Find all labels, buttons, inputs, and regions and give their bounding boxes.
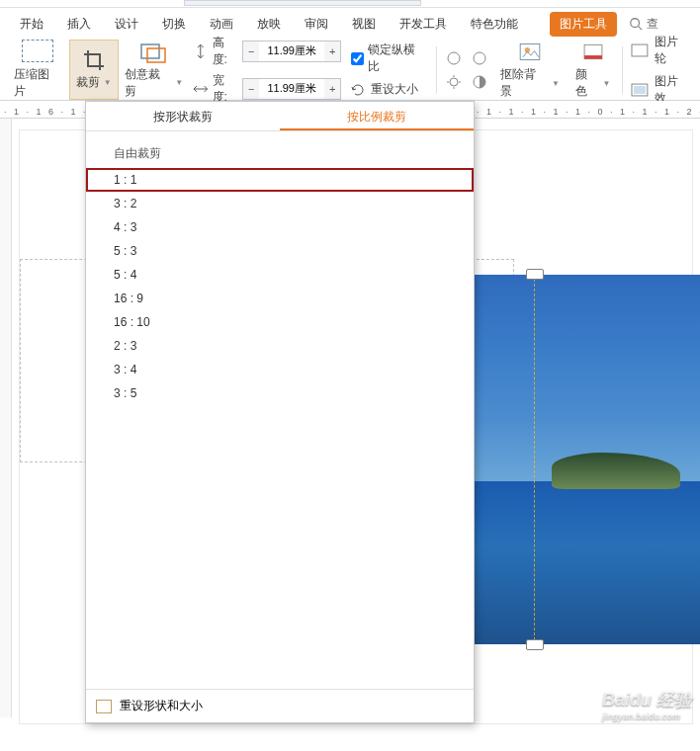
width-input[interactable]: [259, 79, 324, 99]
remove-bg-icon: [516, 40, 544, 64]
reset-shape-size-button[interactable]: 重设形状和大小: [86, 689, 474, 722]
effects-icon: [631, 83, 649, 97]
creative-crop-button[interactable]: 创意裁剪▼: [119, 40, 189, 100]
height-increase[interactable]: +: [324, 42, 340, 61]
outline-label: 图片轮: [655, 34, 690, 67]
brightness-icon: [446, 74, 462, 90]
picture-outline-button[interactable]: 图片轮: [631, 34, 690, 67]
svg-point-4: [448, 52, 460, 64]
ratio-item-5-3[interactable]: 5 : 3: [86, 239, 474, 263]
tab-picture-tools[interactable]: 图片工具: [550, 12, 617, 37]
color-button[interactable]: 颜色▼: [568, 40, 619, 100]
reset-size-label: 重设大小: [371, 81, 418, 98]
ratio-item-5-4[interactable]: 5 : 4: [86, 263, 474, 287]
rotate-right-icon: [472, 50, 487, 66]
ribbon-tabs: 开始 插入 设计 切换 动画 放映 审阅 视图 开发工具 特色功能 图片工具 查: [0, 8, 700, 40]
width-decrease[interactable]: −: [243, 79, 259, 99]
ratio-item-16-10[interactable]: 16 : 10: [86, 310, 474, 334]
height-icon: [193, 43, 209, 59]
ratio-item-1-1[interactable]: 1 : 1: [86, 168, 474, 192]
separator: [622, 46, 623, 94]
rotate-tools: [441, 50, 492, 90]
height-input[interactable]: [259, 42, 324, 61]
compress-label: 压缩图片: [14, 66, 61, 100]
svg-point-15: [592, 684, 598, 692]
ratio-item-3-2[interactable]: 3 : 2: [86, 192, 474, 215]
ratio-item-2-3[interactable]: 2 : 3: [86, 334, 474, 358]
lock-aspect-label: 锁定纵横比: [368, 42, 426, 75]
tab-design[interactable]: 设计: [103, 8, 150, 41]
lock-aspect-input[interactable]: [351, 52, 364, 65]
compress-picture-button[interactable]: 压缩图片: [6, 40, 69, 100]
crop-handle-top[interactable]: [526, 269, 544, 280]
watermark-sub: jingyan.baidu.com: [602, 711, 692, 721]
color-label: 颜色▼: [575, 66, 611, 100]
ratio-item-16-9[interactable]: 16 : 9: [86, 287, 474, 310]
tab-insert[interactable]: 插入: [55, 8, 103, 41]
svg-rect-12: [632, 44, 648, 56]
lock-aspect-checkbox[interactable]: 锁定纵横比: [345, 42, 432, 75]
creative-crop-label: 创意裁剪▼: [125, 66, 183, 100]
crop-guide-line: [534, 269, 536, 650]
width-icon: [193, 81, 209, 97]
width-increase[interactable]: +: [324, 79, 340, 99]
watermark-main: Baidu 经验: [602, 690, 692, 709]
svg-rect-11: [584, 55, 602, 59]
reset-size-icon: [351, 83, 367, 97]
crop-button[interactable]: 裁剪▼: [69, 40, 119, 100]
ribbon-toolbar: 压缩图片 裁剪▼ 创意裁剪▼ 高度: − + 宽度: − +: [0, 40, 700, 101]
title-bar: [0, 0, 700, 8]
width-spinner: − +: [242, 78, 341, 100]
svg-rect-2: [141, 44, 159, 58]
selected-image[interactable]: [475, 275, 700, 644]
tab-start[interactable]: 开始: [8, 8, 55, 41]
remove-background-button[interactable]: 抠除背景▼: [492, 40, 567, 100]
image-water-region: [475, 481, 700, 644]
tab-special[interactable]: 特色功能: [459, 8, 530, 41]
chevron-down-icon: ▼: [552, 79, 560, 88]
reset-shape-label: 重设形状和大小: [120, 698, 203, 714]
crop-by-shape-tab[interactable]: 按形状裁剪: [86, 102, 280, 130]
rotate-left-button[interactable]: [445, 50, 463, 90]
reset-size-button[interactable]: 重设大小: [345, 81, 432, 98]
svg-point-5: [450, 78, 458, 86]
crop-dropdown-tabs: 按形状裁剪 按比例裁剪: [86, 102, 474, 131]
ruler-marks-right: ·1·1·1·1·1·0·1·1·1·2·1·3·1·4·1·5: [477, 107, 700, 117]
height-decrease[interactable]: −: [243, 42, 259, 61]
ratio-item-3-5[interactable]: 3 : 5: [86, 381, 474, 405]
svg-rect-3: [147, 48, 165, 62]
crop-dropdown-content: 自由裁剪 1 : 1 3 : 2 4 : 3 5 : 3 5 : 4 16 : …: [86, 131, 474, 413]
compress-icon: [22, 40, 53, 62]
chevron-down-icon: ▼: [175, 78, 183, 87]
crop-label: 裁剪▼: [76, 74, 112, 91]
size-controls: 高度: − + 宽度: − +: [189, 35, 345, 106]
rotate-left-icon: [446, 50, 462, 66]
color-icon: [579, 40, 607, 64]
svg-rect-8: [520, 43, 540, 59]
reset-shape-icon: [96, 700, 112, 713]
picture-style-tools: 图片轮 图片效: [627, 34, 694, 107]
ratio-item-4-3[interactable]: 4 : 3: [86, 215, 474, 239]
crop-icon: [82, 48, 106, 72]
creative-crop-icon: [139, 41, 167, 64]
tab-devtools[interactable]: 开发工具: [388, 8, 459, 41]
rotate-right-button[interactable]: [471, 50, 488, 90]
chevron-down-icon: ▼: [603, 79, 611, 88]
search-tab[interactable]: 查: [629, 16, 658, 33]
svg-point-0: [631, 19, 640, 28]
search-icon: [629, 17, 643, 31]
title-bar-field: [184, 0, 421, 6]
crop-dropdown-panel: 按形状裁剪 按比例裁剪 自由裁剪 1 : 1 3 : 2 4 : 3 5 : 3…: [85, 101, 475, 723]
ratio-item-3-4[interactable]: 3 : 4: [86, 358, 474, 381]
free-crop-heading[interactable]: 自由裁剪: [86, 139, 474, 168]
tab-view[interactable]: 视图: [340, 8, 388, 41]
height-spinner: − +: [242, 41, 341, 62]
image-sky-region: [475, 275, 700, 481]
outline-icon: [631, 43, 649, 57]
separator: [436, 46, 437, 94]
crop-by-ratio-tab[interactable]: 按比例裁剪: [280, 102, 474, 130]
height-row: 高度: − +: [193, 35, 341, 68]
remove-bg-label: 抠除背景▼: [500, 66, 559, 100]
crop-handle-bottom[interactable]: [526, 639, 544, 650]
svg-point-6: [474, 52, 485, 64]
